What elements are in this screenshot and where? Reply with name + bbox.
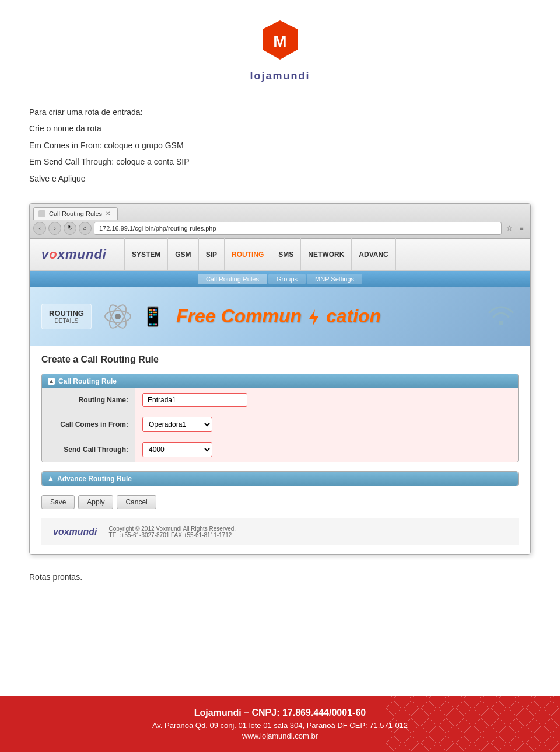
logo-area: M bbox=[257, 0, 303, 76]
form-card-header: Call Routing Rule bbox=[42, 374, 518, 388]
sub-nav-mnp[interactable]: MNP Settings bbox=[307, 274, 362, 284]
routing-badge: ROUTING DETAILS bbox=[41, 304, 92, 329]
instruction-step-2: Em Comes in From: coloque o grupo GSM bbox=[29, 139, 531, 152]
rotas-prontas-text: Rotas prontas. bbox=[29, 572, 531, 582]
send-call-through-row: Send Call Through: 4000 bbox=[42, 437, 518, 462]
footer-copyright: Copyright © 2012 Voxmundi All Rights Res… bbox=[109, 525, 236, 532]
wifi-signal-icon bbox=[487, 301, 516, 332]
menu-icon[interactable]: ≡ bbox=[516, 223, 527, 234]
bottom-text-block: Rotas prontas. bbox=[29, 563, 531, 587]
url-text: 172.16.99.1/cgi-bin/php/routing-rules.ph… bbox=[99, 225, 216, 232]
routing-name-cell bbox=[135, 388, 518, 412]
browser-actions: ☆ ≡ bbox=[504, 223, 527, 234]
advance-toggle-icon bbox=[48, 476, 54, 482]
cancel-button[interactable]: Cancel bbox=[117, 495, 156, 509]
brand-label: lojamundi bbox=[250, 70, 310, 82]
browser-tab[interactable]: Call Routing Rules ✕ bbox=[33, 207, 118, 220]
lojamundi-logo: M bbox=[257, 18, 303, 64]
sub-nav-call-routing[interactable]: Call Routing Rules bbox=[198, 274, 267, 284]
form-table: Routing Name: Call Comes in From: Operad… bbox=[42, 388, 518, 462]
nav-routing[interactable]: ROUTING bbox=[225, 238, 271, 270]
voxmundi-app: voxmundi SYSTEM GSM SIP ROUTING bbox=[30, 239, 530, 554]
app-footer: voxmundi Copyright © 2012 Voxmundi All R… bbox=[41, 518, 519, 545]
routing-name-row: Routing Name: bbox=[42, 388, 518, 412]
tab-favicon bbox=[38, 210, 46, 217]
svg-marker-8 bbox=[50, 380, 53, 383]
nav-system[interactable]: SYSTEM bbox=[124, 238, 168, 270]
svg-point-7 bbox=[499, 321, 503, 325]
nav-menu: SYSTEM GSM SIP ROUTING SMS NET bbox=[124, 238, 396, 270]
routing-name-input[interactable] bbox=[142, 393, 247, 407]
instruction-step-3: Em Send Call Through: coloque a conta SI… bbox=[29, 155, 531, 168]
vox-logo-text: voxmundi bbox=[41, 247, 107, 262]
back-button[interactable]: ‹ bbox=[33, 222, 46, 235]
comes-in-from-cell: Operadora1 bbox=[135, 412, 518, 437]
send-call-through-select[interactable]: 4000 bbox=[142, 442, 212, 457]
form-card: Call Routing Rule Routing Name: Call Com… bbox=[41, 374, 519, 462]
reload-button[interactable]: ↻ bbox=[64, 222, 76, 235]
svg-point-5 bbox=[115, 314, 121, 319]
address-bar[interactable]: 172.16.99.1/cgi-bin/php/routing-rules.ph… bbox=[94, 222, 502, 235]
sub-nav: Call Routing Rules Groups MNP Settings bbox=[30, 271, 530, 287]
advance-card-header[interactable]: Advance Routing Rule bbox=[42, 472, 518, 486]
lightning-icon bbox=[307, 308, 321, 327]
red-footer: Lojamundi – CNPJ: 17.869.444/0001-60 Av.… bbox=[0, 696, 560, 752]
browser-window: Call Routing Rules ✕ ‹ › ↻ ⌂ 172.16.99.1… bbox=[29, 203, 531, 555]
atom-icon bbox=[103, 302, 132, 331]
banner-title: Free Commun cation bbox=[176, 305, 381, 327]
svg-text:M: M bbox=[273, 32, 286, 50]
browser-tabs: Call Routing Rules ✕ bbox=[30, 204, 530, 220]
advance-card: Advance Routing Rule bbox=[41, 471, 519, 486]
routing-label: ROUTING bbox=[49, 309, 84, 318]
apply-button[interactable]: Apply bbox=[78, 495, 113, 509]
svg-marker-6 bbox=[309, 309, 318, 326]
nav-sip[interactable]: SIP bbox=[199, 238, 225, 270]
app-banner: ROUTING DETAILS 📱 Free Commun bbox=[30, 287, 530, 346]
page-title: Create a Call Routing Rule bbox=[41, 354, 519, 365]
footer-logo: voxmundi bbox=[53, 527, 97, 537]
card-header-icon bbox=[48, 378, 55, 385]
nav-network[interactable]: NETWORK bbox=[301, 238, 352, 270]
advance-card-title: Advance Routing Rule bbox=[57, 475, 132, 483]
routing-name-label: Routing Name: bbox=[42, 388, 135, 412]
tab-close-icon[interactable]: ✕ bbox=[106, 210, 110, 217]
comes-in-from-label: Call Comes in From: bbox=[42, 412, 135, 437]
instruction-title: Para criar uma rota de entrada: bbox=[29, 106, 531, 119]
comes-in-from-row: Call Comes in From: Operadora1 bbox=[42, 412, 518, 437]
phone-icon: 📱 bbox=[141, 305, 164, 328]
page-body: Create a Call Routing Rule Call Routing … bbox=[30, 346, 530, 554]
sub-nav-groups[interactable]: Groups bbox=[268, 274, 306, 284]
send-call-through-label: Send Call Through: bbox=[42, 437, 135, 462]
footer-tel: TEL:+55-61-3027-8701 FAX:+55-61-8111-171… bbox=[109, 532, 236, 538]
browser-controls: ‹ › ↻ ⌂ 172.16.99.1/cgi-bin/php/routing-… bbox=[30, 220, 530, 238]
send-call-through-cell: 4000 bbox=[135, 437, 518, 462]
home-button[interactable]: ⌂ bbox=[79, 222, 92, 235]
tab-label: Call Routing Rules bbox=[49, 210, 102, 217]
star-icon[interactable]: ☆ bbox=[504, 223, 514, 234]
browser-chrome: Call Routing Rules ✕ ‹ › ↻ ⌂ 172.16.99.1… bbox=[30, 204, 530, 239]
footer-text: Copyright © 2012 Voxmundi All Rights Res… bbox=[109, 525, 236, 538]
save-button[interactable]: Save bbox=[41, 495, 75, 509]
nav-gsm[interactable]: GSM bbox=[168, 238, 198, 270]
forward-button[interactable]: › bbox=[48, 222, 61, 235]
form-card-title: Call Routing Rule bbox=[58, 377, 117, 385]
instruction-step-4: Salve e Aplique bbox=[29, 172, 531, 185]
diamond-pattern bbox=[385, 696, 560, 752]
svg-marker-9 bbox=[48, 476, 53, 481]
nav-advanc[interactable]: ADVANC bbox=[352, 238, 396, 270]
nav-sms[interactable]: SMS bbox=[271, 238, 301, 270]
instruction-step-1: Crie o nome da rota bbox=[29, 122, 531, 135]
top-nav: voxmundi SYSTEM GSM SIP ROUTING bbox=[30, 239, 530, 271]
voxmundi-brand: voxmundi bbox=[41, 247, 107, 262]
form-buttons: Save Apply Cancel bbox=[41, 495, 519, 509]
svg-rect-11 bbox=[385, 696, 560, 752]
instructions-block: Para criar uma rota de entrada: Crie o n… bbox=[29, 94, 531, 194]
details-label: DETAILS bbox=[49, 318, 84, 324]
comes-in-from-select[interactable]: Operadora1 bbox=[142, 417, 212, 432]
